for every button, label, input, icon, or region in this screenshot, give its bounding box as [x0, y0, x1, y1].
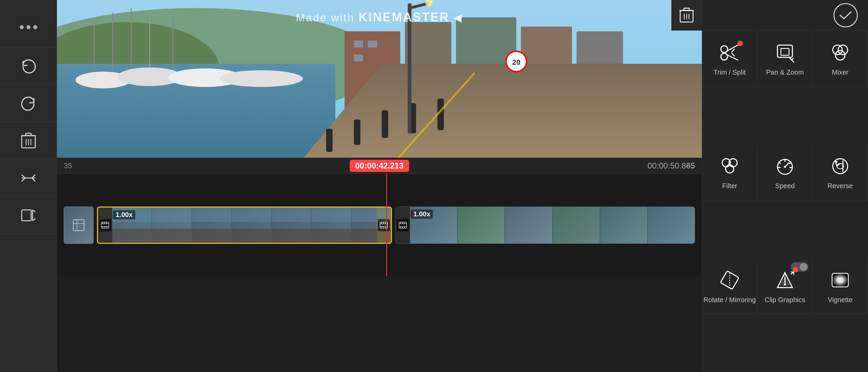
panel-header	[702, 0, 868, 31]
svg-line-87	[732, 53, 734, 56]
svg-line-101	[779, 162, 780, 163]
svg-rect-70	[381, 227, 382, 228]
speed-label: Speed	[775, 182, 795, 190]
svg-rect-79	[400, 227, 401, 228]
trim-split-tool[interactable]: Trim / Split	[702, 31, 757, 86]
svg-point-91	[833, 45, 842, 55]
svg-point-104	[784, 166, 786, 168]
svg-rect-89	[781, 48, 789, 55]
vignette-label: Vignette	[828, 296, 852, 304]
timeline-tracks[interactable]: 1.00x	[57, 174, 702, 276]
svg-line-85	[727, 55, 738, 60]
svg-rect-69	[385, 222, 386, 223]
rotate-mirroring-tool[interactable]: Rotate / Mirroring	[702, 258, 757, 314]
video-delete-button[interactable]	[671, 0, 702, 31]
next-clip-speed-label: 1.00x	[411, 210, 433, 219]
right-panel: Trim / Split Pan & Zoom	[702, 0, 868, 372]
sidebar-delete-button[interactable]	[0, 122, 57, 159]
mixer-label: Mixer	[832, 68, 849, 76]
watermark: Made with KINEMASTER ◀	[296, 10, 463, 24]
svg-point-93	[835, 51, 845, 60]
svg-rect-80	[402, 227, 403, 228]
svg-rect-77	[402, 222, 403, 223]
selected-clip[interactable]: 1.00x	[97, 207, 392, 244]
svg-rect-63	[106, 227, 107, 228]
more-options-button[interactable]	[0, 7, 57, 47]
current-timecode: 00:00:42.213	[350, 160, 409, 172]
speed-tool[interactable]: Speed	[757, 144, 813, 200]
vignette-tool[interactable]: Vignette	[813, 258, 868, 314]
left-thumb-clip[interactable]	[64, 207, 94, 244]
svg-rect-61	[102, 227, 103, 228]
svg-rect-29	[354, 41, 363, 48]
svg-marker-115	[782, 272, 788, 277]
svg-rect-48	[684, 8, 689, 11]
clip-graphics-tool[interactable]: Clip Graphics	[757, 258, 813, 314]
video-preview-area: 20 Made with KINEMASTER ◀	[57, 0, 702, 158]
svg-rect-33	[326, 129, 333, 152]
rotate-mirroring-label: Rotate / Mirroring	[704, 296, 756, 304]
add-clip-button[interactable]	[0, 197, 57, 234]
playhead	[386, 174, 387, 276]
redo-button[interactable]	[0, 85, 57, 122]
svg-rect-116	[832, 273, 848, 287]
ruler-mark-35: 35	[64, 161, 72, 170]
svg-point-96	[726, 165, 734, 173]
trim-split-notification-dot	[737, 41, 743, 46]
filter-tool[interactable]: Filter	[702, 144, 757, 200]
svg-rect-71	[383, 227, 384, 228]
svg-rect-76	[400, 222, 401, 223]
svg-point-92	[838, 45, 848, 55]
end-timecode: 00:00:50.865	[648, 161, 695, 171]
tools-grid: Trim / Split Pan & Zoom	[702, 31, 868, 372]
clip-speed-label: 1.00x	[113, 210, 135, 219]
svg-rect-62	[104, 227, 105, 228]
clip-thumbnail-strip	[112, 208, 391, 243]
sidebar	[0, 0, 57, 372]
next-clip-film-icon	[397, 219, 409, 231]
svg-rect-34	[354, 119, 360, 145]
clip-film-icon-right	[378, 219, 390, 231]
svg-rect-7	[22, 210, 31, 221]
svg-point-114	[784, 283, 786, 286]
clip-film-icon-left	[99, 219, 111, 231]
undo-button[interactable]	[0, 47, 57, 85]
video-preview: 20 Made with KINEMASTER ◀	[57, 0, 702, 158]
svg-text:20: 20	[512, 58, 520, 66]
pan-zoom-tool[interactable]: Pan & Zoom	[757, 31, 813, 86]
svg-point-23	[219, 70, 303, 87]
svg-rect-31	[354, 55, 363, 62]
svg-line-99	[790, 162, 791, 163]
reverse-label: Reverse	[828, 182, 853, 190]
svg-rect-58	[102, 222, 103, 223]
filter-label: Filter	[722, 182, 737, 190]
svg-line-86	[732, 49, 734, 52]
trim-split-label: Trim / Split	[714, 68, 746, 76]
align-button[interactable]	[0, 159, 57, 197]
svg-rect-72	[385, 227, 386, 228]
svg-rect-74	[399, 223, 407, 224]
svg-line-84	[727, 45, 738, 51]
svg-rect-78	[404, 222, 405, 223]
svg-rect-81	[404, 227, 405, 228]
svg-rect-52	[73, 220, 84, 231]
next-clip[interactable]: 1.00x	[395, 207, 695, 244]
svg-rect-68	[383, 222, 384, 223]
svg-rect-2	[26, 133, 31, 136]
svg-rect-67	[381, 222, 382, 223]
done-button[interactable]	[833, 3, 858, 27]
svg-rect-60	[106, 222, 107, 223]
bottom-area	[57, 276, 702, 372]
svg-rect-35	[382, 110, 388, 138]
svg-point-105	[833, 159, 848, 174]
svg-rect-56	[101, 223, 109, 224]
clip-graphics-notification-dot	[793, 267, 798, 272]
pan-zoom-label: Pan & Zoom	[766, 68, 804, 76]
svg-rect-30	[368, 41, 377, 48]
mixer-tool[interactable]: Mixer	[813, 31, 868, 86]
svg-rect-59	[104, 222, 105, 223]
main-content: 20 Made with KINEMASTER ◀ 35 40	[57, 0, 702, 372]
timeline-ruler: 35 40 45 00:00:42.213 00:00:50.865	[57, 158, 702, 174]
clip-graphics-label: Clip Graphics	[765, 296, 805, 304]
reverse-tool[interactable]: Reverse	[813, 144, 868, 200]
